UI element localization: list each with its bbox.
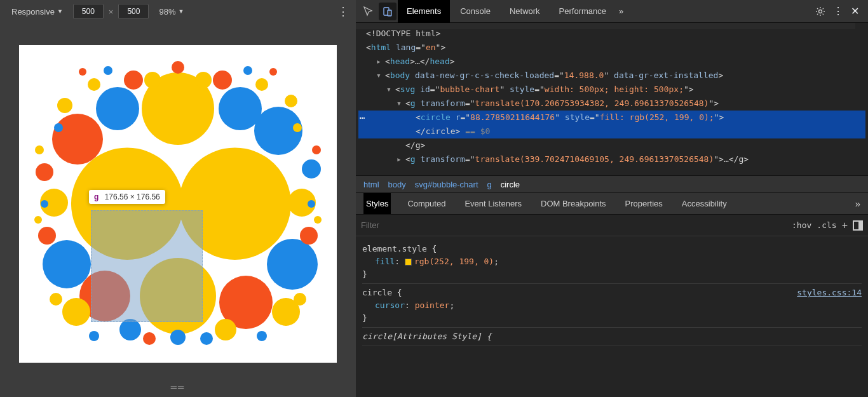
source-link[interactable]: styles.css:14 — [797, 286, 862, 299]
viewport-height-input[interactable] — [118, 4, 149, 19]
dom-row-selected[interactable]: <circle r="88.27850211644176" style="fil… — [358, 111, 865, 124]
breadcrumb-item[interactable]: svg#bubble-chart — [415, 180, 478, 189]
breadcrumb-item[interactable]: circle — [501, 180, 520, 189]
svg-point-42 — [54, 123, 63, 132]
style-rule[interactable]: styles.css:14 circle { cursor: pointer; … — [362, 284, 862, 328]
dom-row[interactable]: ▸<head>…</head> — [358, 55, 865, 69]
dimension-separator: × — [109, 7, 114, 17]
svg-point-45 — [35, 145, 44, 154]
subtab-dom-breakpoints[interactable]: DOM Breakpoints — [538, 193, 609, 214]
svg-point-27 — [38, 227, 56, 245]
svg-point-24 — [170, 330, 186, 345]
svg-point-34 — [79, 68, 86, 76]
page-canvas[interactable]: g 176.56 × 176.56 — [19, 45, 337, 363]
svg-point-8 — [96, 87, 139, 130]
svg-point-15 — [144, 72, 161, 88]
toggle-sidebar-icon[interactable] — [853, 220, 863, 231]
viewport-width-input[interactable] — [73, 4, 104, 19]
style-rule[interactable]: element.style { fill: rgb(252, 199, 0); … — [362, 240, 862, 284]
chevron-down-icon: ▼ — [57, 8, 63, 15]
tab-performance[interactable]: Performance — [550, 0, 615, 23]
subtab-event-listeners[interactable]: Event Listeners — [462, 193, 524, 214]
svg-point-46 — [34, 216, 42, 224]
dom-row[interactable]: ▾<g transform="translate(170.20675393438… — [358, 97, 865, 111]
elements-tree[interactable]: <!DOCTYPE html> <html lang="en"> ▸<head>… — [356, 23, 868, 175]
svg-point-12 — [62, 298, 90, 326]
dom-row[interactable]: ▾<body data-new-gr-c-s-check-loaded="14.… — [358, 69, 865, 83]
subtab-styles[interactable]: Styles — [363, 193, 391, 214]
tooltip-dimensions: 176.56 × 176.56 — [105, 192, 160, 201]
svg-point-6 — [267, 239, 318, 290]
gear-icon[interactable] — [815, 6, 825, 17]
svg-point-20 — [88, 78, 100, 91]
tab-console[interactable]: Console — [451, 0, 499, 23]
breadcrumb-item[interactable]: body — [388, 180, 406, 189]
svg-point-52 — [819, 10, 822, 13]
inspect-element-icon[interactable] — [360, 3, 377, 20]
svg-point-26 — [36, 163, 53, 181]
zoom-select[interactable]: 98% ▼ — [154, 4, 189, 19]
tab-network[interactable]: Network — [501, 0, 549, 23]
svg-point-28 — [300, 227, 318, 245]
styles-subtabs: Styles Computed Event Listeners DOM Brea… — [356, 193, 868, 215]
tab-elements[interactable]: Elements — [398, 0, 450, 23]
color-swatch[interactable] — [405, 259, 412, 266]
dom-row[interactable]: ▾<svg id="bubble-chart" style="width: 50… — [358, 83, 865, 97]
breadcrumb-item[interactable]: html — [363, 180, 379, 189]
svg-point-31 — [172, 61, 184, 74]
subtab-computed[interactable]: Computed — [405, 193, 448, 214]
device-mode-select[interactable]: Responsive ▼ — [6, 4, 68, 19]
style-rule[interactable]: circle[Attributes Style] { — [362, 328, 862, 346]
drawer-resize-handle[interactable]: ══ — [171, 382, 185, 392]
svg-point-23 — [285, 95, 297, 107]
svg-point-22 — [57, 98, 72, 113]
styles-rules[interactable]: element.style { fill: rgb(252, 199, 0); … — [356, 236, 868, 397]
svg-point-11 — [43, 240, 91, 288]
svg-point-32 — [41, 200, 48, 208]
svg-point-37 — [294, 293, 306, 306]
close-icon[interactable]: ✕ — [851, 5, 859, 17]
dom-row[interactable]: <html lang="en"> — [358, 41, 865, 55]
svg-point-29 — [119, 319, 141, 340]
viewport: g 176.56 × 176.56 ══ — [0, 23, 356, 397]
hov-toggle[interactable]: :hov — [792, 220, 811, 230]
svg-point-25 — [302, 159, 321, 178]
svg-point-39 — [200, 332, 213, 345]
styles-filter-row: :hov .cls + — [356, 215, 868, 236]
devtools-pane: Elements Console Network Performance » ⋮… — [356, 0, 868, 397]
device-mode-label: Responsive — [11, 7, 55, 17]
main-tabbar: Elements Console Network Performance » ⋮… — [356, 0, 868, 23]
svg-point-17 — [213, 71, 232, 90]
subtab-properties[interactable]: Properties — [623, 193, 665, 214]
subtabs-overflow-icon[interactable]: » — [855, 198, 860, 209]
device-toggle-icon[interactable] — [379, 3, 397, 20]
breadcrumb-item[interactable]: g — [487, 180, 492, 189]
styles-filter-input[interactable] — [361, 220, 787, 230]
svg-point-49 — [257, 331, 267, 341]
svg-point-47 — [314, 216, 322, 224]
tooltip-tag: g — [94, 192, 98, 201]
dom-row-selected[interactable]: </circle> == $0 — [358, 124, 865, 138]
kebab-menu-icon[interactable]: ⋮ — [337, 4, 349, 18]
svg-point-41 — [243, 66, 252, 75]
svg-point-43 — [293, 123, 302, 132]
dom-row[interactable]: </g> — [358, 138, 865, 152]
device-toolbar: Responsive ▼ × 98% ▼ ⋮ — [0, 0, 356, 23]
svg-point-40 — [104, 66, 112, 75]
svg-point-14 — [195, 72, 212, 88]
svg-point-48 — [89, 331, 99, 341]
dom-row[interactable]: ▸<g transform="translate(339.70247104691… — [358, 152, 865, 166]
subtab-accessibility[interactable]: Accessibility — [679, 193, 729, 214]
svg-point-30 — [215, 319, 236, 340]
new-style-rule-icon[interactable]: + — [842, 220, 848, 231]
breadcrumb: html body svg#bubble-chart g circle — [356, 175, 868, 193]
svg-point-7 — [219, 87, 262, 130]
svg-point-5 — [52, 114, 103, 165]
chevron-down-icon: ▼ — [178, 8, 184, 15]
cls-toggle[interactable]: .cls — [817, 220, 836, 230]
svg-rect-51 — [388, 10, 391, 16]
tabs-overflow-icon[interactable]: » — [619, 6, 623, 16]
kebab-menu-icon[interactable]: ⋮ — [833, 5, 843, 17]
svg-point-16 — [124, 71, 143, 90]
inspect-tooltip: g 176.56 × 176.56 — [89, 190, 165, 204]
